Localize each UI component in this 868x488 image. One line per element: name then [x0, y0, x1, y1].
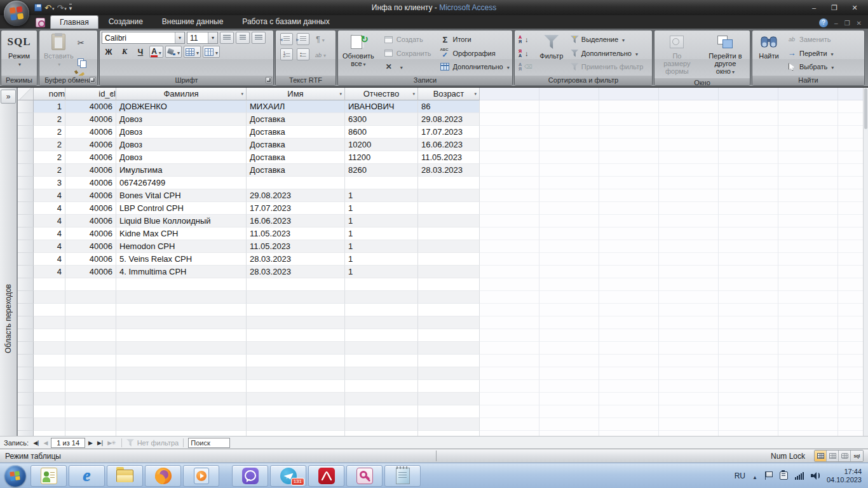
table-row[interactable]: 440006LBP Control CPH17.07.20231 — [18, 202, 480, 215]
cell[interactable] — [34, 278, 65, 291]
taskbar-telegram-button[interactable]: 131 — [270, 465, 306, 487]
cell[interactable] — [34, 342, 65, 355]
cell[interactable]: МИХАИЛ — [247, 100, 345, 113]
cell[interactable]: 11.05.2023 — [418, 151, 480, 164]
decrease-indent-button[interactable] — [280, 33, 293, 45]
cell[interactable] — [418, 405, 480, 418]
cell[interactable]: 5. Veins Relax CPH — [116, 253, 247, 266]
column-header-id_cl[interactable]: id_cl — [65, 88, 116, 100]
cell[interactable] — [247, 329, 345, 342]
toggle-filter-button[interactable]: Применить фильтр — [569, 60, 646, 73]
vertical-scrollbar[interactable] — [863, 88, 868, 436]
cell[interactable] — [34, 329, 65, 342]
undo-dropdown-icon[interactable] — [51, 3, 55, 12]
redo-dropdown-icon[interactable] — [64, 3, 67, 12]
cell[interactable] — [247, 316, 345, 329]
maximize-button[interactable] — [830, 4, 839, 12]
clock[interactable]: 17:44 04.10.2023 — [827, 468, 862, 484]
table-row[interactable]: 4400064. Immultima CPH28.03.20231 — [18, 266, 480, 278]
cell[interactable]: 4 — [34, 215, 65, 227]
cell[interactable]: 29.08.2023 — [247, 189, 345, 202]
cell[interactable] — [65, 393, 116, 405]
cell[interactable] — [116, 342, 247, 355]
scrollbar-thumb[interactable] — [864, 88, 867, 129]
cell[interactable] — [418, 177, 480, 189]
cell[interactable]: Kidne Max CPH — [116, 227, 247, 240]
font-name-dropdown-icon[interactable] — [175, 32, 184, 43]
undo-button[interactable] — [44, 3, 54, 13]
first-record-button[interactable] — [32, 438, 40, 447]
cell[interactable]: Доставка — [247, 139, 345, 151]
filter-status[interactable]: Нет фильтра — [126, 439, 179, 447]
row-selector[interactable] — [18, 405, 34, 418]
cell[interactable] — [345, 329, 418, 342]
navigation-pane-expand-button[interactable]: » — [1, 90, 16, 104]
table-row[interactable]: 3400060674267499 — [18, 177, 480, 189]
table-row[interactable]: 240006ДовозДоставка1120011.05.2023 — [18, 151, 480, 164]
taskbar-media-player-button[interactable] — [183, 465, 219, 487]
cell[interactable]: 29.08.2023 — [418, 113, 480, 126]
cell[interactable] — [418, 253, 480, 266]
cell[interactable]: 40006 — [65, 164, 116, 177]
paste-button[interactable]: Вставить — [41, 32, 76, 74]
cell[interactable] — [345, 342, 418, 355]
cell[interactable] — [65, 367, 116, 380]
font-size-combo[interactable]: 11 — [187, 32, 218, 44]
cell[interactable] — [247, 355, 345, 367]
cell[interactable] — [247, 177, 345, 189]
cell[interactable] — [418, 215, 480, 227]
font-color-button[interactable]: А — [149, 46, 163, 58]
row-selector[interactable] — [18, 151, 34, 164]
cell[interactable]: Bones Vital CPH — [116, 189, 247, 202]
close-button[interactable] — [850, 4, 859, 12]
cell[interactable] — [34, 405, 65, 418]
cell[interactable]: 28.03.2023 — [247, 253, 345, 266]
select-dropdown-icon[interactable] — [830, 63, 834, 71]
column-dropdown-icon[interactable] — [111, 92, 113, 97]
refresh-all-button[interactable]: Обновить все — [340, 32, 377, 74]
cell[interactable] — [345, 316, 418, 329]
cell[interactable]: Доставка — [247, 113, 345, 126]
table-row[interactable]: 240006ИмультимаДоставка826028.03.2023 — [18, 164, 480, 177]
cell[interactable] — [418, 240, 480, 253]
cell[interactable] — [116, 278, 247, 291]
cell[interactable]: 10200 — [345, 139, 418, 151]
row-selector[interactable] — [18, 227, 34, 240]
align-center-button[interactable] — [236, 32, 250, 44]
cell[interactable]: 1 — [345, 227, 418, 240]
cell[interactable] — [345, 355, 418, 367]
column-header-Возраст[interactable]: Возраст — [418, 88, 480, 100]
row-selector[interactable] — [18, 202, 34, 215]
row-selector[interactable] — [18, 100, 34, 113]
last-record-button[interactable] — [96, 438, 104, 447]
cell[interactable] — [116, 380, 247, 393]
cell[interactable] — [247, 393, 345, 405]
goto-dropdown-icon[interactable] — [830, 50, 834, 57]
cell[interactable] — [116, 304, 247, 316]
row-selector[interactable] — [18, 367, 34, 380]
row-selector[interactable] — [18, 189, 34, 202]
fill-color-button[interactable] — [165, 46, 182, 58]
sql-view-button[interactable]: sql — [851, 451, 863, 461]
sort-ascending-button[interactable]: АЯ — [517, 33, 534, 46]
cell[interactable]: 40006 — [65, 151, 116, 164]
cell[interactable]: Доставка — [247, 126, 345, 139]
cell[interactable] — [65, 355, 116, 367]
cell[interactable] — [247, 342, 345, 355]
cell[interactable] — [345, 367, 418, 380]
sort-descending-button[interactable]: ЯА — [517, 47, 534, 60]
cell[interactable]: 11.05.2023 — [247, 240, 345, 253]
cell[interactable]: 40006 — [65, 227, 116, 240]
tab-home[interactable]: Главная — [50, 15, 98, 29]
table-row[interactable]: 240006ДовозДоставка630029.08.2023 — [18, 113, 480, 126]
cell[interactable] — [418, 393, 480, 405]
gridlines-dropdown-icon[interactable] — [195, 48, 199, 57]
cell[interactable]: 2 — [34, 126, 65, 139]
cell[interactable] — [247, 418, 345, 431]
navigation-pane-title[interactable]: Область переходов — [4, 284, 13, 353]
cell[interactable] — [418, 355, 480, 367]
search-input[interactable] — [188, 438, 230, 448]
cell[interactable] — [247, 278, 345, 291]
cell[interactable]: 40006 — [65, 139, 116, 151]
cell[interactable] — [345, 177, 418, 189]
